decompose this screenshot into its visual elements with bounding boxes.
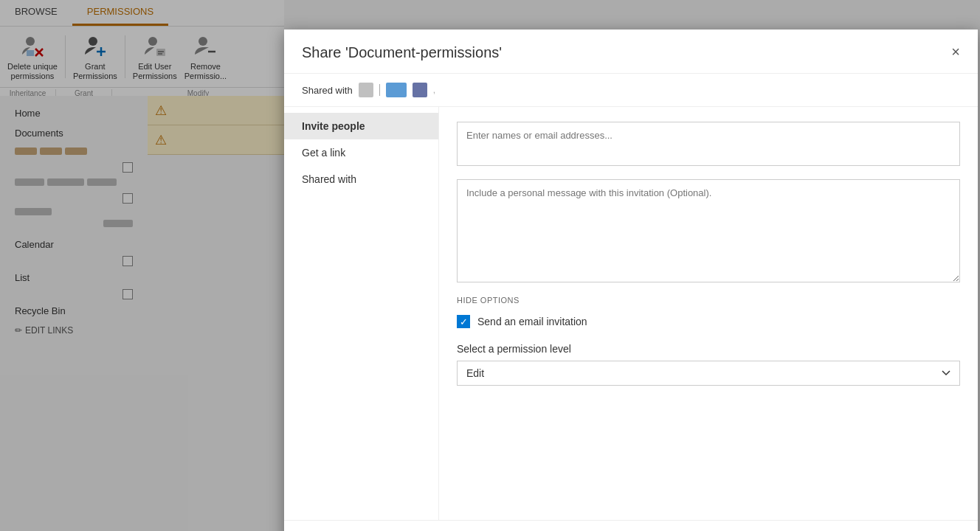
nav-get-link[interactable]: Get a link: [284, 139, 438, 166]
checkmark-icon: ✓: [460, 317, 468, 327]
nav-shared-with[interactable]: Shared with: [284, 166, 438, 192]
share-modal: Share 'Document-permissions' × Shared wi…: [284, 30, 978, 531]
shared-avatar-1: [359, 83, 373, 97]
modal-footer: Share Cancel: [284, 520, 978, 531]
permission-level-select[interactable]: Edit View Only Full Control: [457, 361, 960, 386]
modal-body: Invite people Get a link Shared with HID…: [284, 107, 978, 520]
modal-content: HIDE OPTIONS ✓ Send an email invitation …: [439, 107, 978, 520]
permission-level-label: Select a permission level: [457, 343, 960, 355]
avatar-divider: [379, 84, 380, 96]
message-input[interactable]: [457, 179, 960, 282]
hide-options-label[interactable]: HIDE OPTIONS: [457, 296, 960, 305]
shared-avatar-2: [386, 83, 407, 97]
shared-avatar-3: [413, 83, 427, 97]
send-email-label: Send an email invitation: [477, 316, 587, 327]
modal-close-button[interactable]: ×: [951, 44, 960, 59]
nav-invite-people[interactable]: Invite people: [284, 113, 438, 139]
shared-with-bar: Shared with ,: [284, 74, 978, 107]
shared-with-label: Shared with: [302, 85, 353, 96]
send-email-row: ✓ Send an email invitation: [457, 315, 960, 328]
shared-avatar-more: ,: [433, 85, 435, 95]
email-input[interactable]: [457, 122, 960, 166]
modal-nav: Invite people Get a link Shared with: [284, 107, 439, 520]
modal-title: Share 'Document-permissions': [302, 44, 502, 61]
send-email-checkbox[interactable]: ✓: [457, 315, 470, 328]
modal-header: Share 'Document-permissions' ×: [284, 30, 978, 74]
